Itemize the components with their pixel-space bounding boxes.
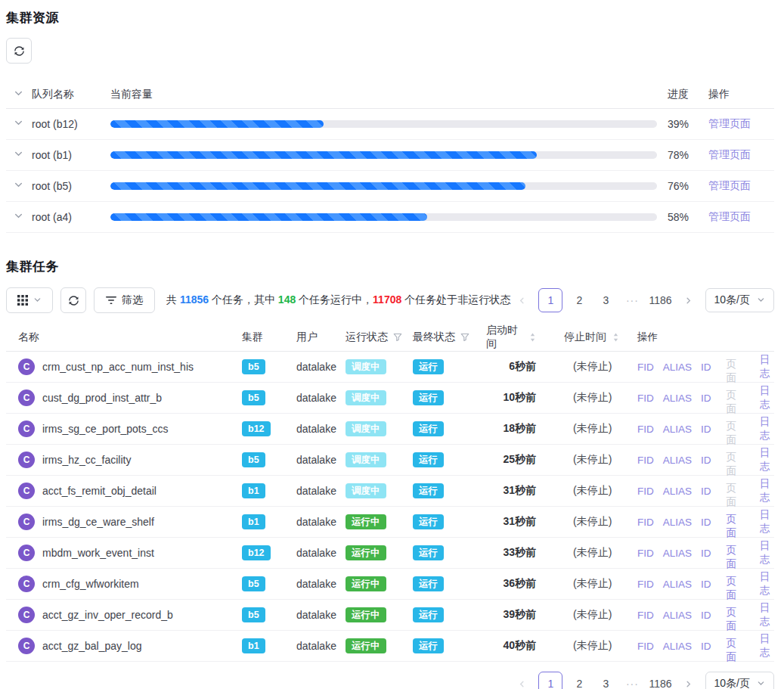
page-button-last[interactable]: 1186	[649, 672, 671, 689]
id-link[interactable]: ID	[701, 455, 711, 466]
page-button-1[interactable]: 1	[538, 288, 562, 312]
row-expander[interactable]	[6, 118, 32, 130]
pagination-ellipsis[interactable]: ···	[622, 672, 642, 689]
fid-link[interactable]: FID	[637, 362, 654, 373]
log-link[interactable]: 日志	[760, 384, 774, 411]
row-expander[interactable]	[6, 211, 32, 223]
log-link[interactable]: 日志	[760, 353, 774, 380]
sort-icon[interactable]	[529, 332, 536, 343]
pagination-ellipsis[interactable]: ···	[622, 288, 642, 312]
final-state-badge: 运行	[413, 359, 444, 374]
resource-refresh-button[interactable]	[6, 38, 32, 64]
alias-link[interactable]: ALIAS	[663, 548, 692, 559]
fid-link[interactable]: FID	[637, 610, 654, 621]
log-link[interactable]: 日志	[760, 508, 774, 535]
id-link[interactable]: ID	[701, 641, 711, 652]
page-button-3[interactable]: 3	[596, 288, 615, 312]
user-name: datalake	[296, 423, 346, 435]
task-avatar: C	[18, 358, 35, 375]
page-button-last[interactable]: 1186	[649, 288, 671, 312]
id-link[interactable]: ID	[701, 424, 711, 435]
task-avatar: C	[18, 421, 35, 437]
progress-track	[110, 182, 657, 190]
run-state-badge: 调度中	[346, 421, 386, 436]
id-link[interactable]: ID	[701, 579, 711, 590]
fid-link[interactable]: FID	[637, 517, 654, 528]
nonrunning-count: 11708	[373, 293, 401, 306]
manage-page-link[interactable]: 管理页面	[708, 210, 751, 222]
fid-link[interactable]: FID	[637, 579, 654, 590]
row-expander[interactable]	[6, 180, 32, 192]
next-page-button[interactable]	[679, 288, 699, 312]
page-link[interactable]: 页面	[720, 628, 751, 664]
page-size-select[interactable]: 10条/页	[705, 672, 774, 689]
manage-page-link[interactable]: 管理页面	[708, 117, 751, 129]
id-link[interactable]: ID	[701, 610, 711, 621]
prev-page-button[interactable]	[512, 288, 531, 312]
id-link[interactable]: ID	[701, 486, 711, 497]
fid-link[interactable]: FID	[637, 455, 654, 466]
id-link[interactable]: ID	[701, 517, 711, 528]
log-link[interactable]: 日志	[760, 570, 774, 597]
pagination-top: 1 2 3 ··· 1186 10条/页	[512, 288, 774, 312]
alias-link[interactable]: ALIAS	[663, 393, 692, 404]
alias-link[interactable]: ALIAS	[663, 455, 692, 466]
log-link[interactable]: 日志	[760, 601, 774, 628]
page-button-3[interactable]: 3	[596, 672, 615, 689]
run-state-badge: 调度中	[346, 452, 386, 467]
alias-link[interactable]: ALIAS	[663, 424, 692, 435]
fid-link[interactable]: FID	[637, 548, 654, 559]
chevron-down-icon	[14, 88, 23, 101]
fid-link[interactable]: FID	[637, 486, 654, 497]
fid-link[interactable]: FID	[637, 424, 654, 435]
run-state-badge: 调度中	[346, 359, 386, 374]
fid-link[interactable]: FID	[637, 641, 654, 652]
manage-page-link[interactable]: 管理页面	[708, 179, 751, 191]
id-link[interactable]: ID	[701, 362, 711, 373]
log-link[interactable]: 日志	[760, 415, 774, 442]
prev-page-button[interactable]	[512, 672, 531, 689]
run-state-badge: 调度中	[346, 390, 386, 405]
capacity-progressbar	[110, 151, 668, 159]
final-state-col-header: 最终状态	[413, 331, 486, 344]
manage-page-link[interactable]: 管理页面	[708, 148, 751, 160]
start-time: 18秒前	[486, 422, 536, 436]
bottom-bar: 1 2 3 ··· 1186 10条/页	[6, 672, 774, 689]
user-name: datalake	[296, 609, 346, 621]
filter-button[interactable]: 筛选	[94, 287, 155, 313]
filter-funnel-icon[interactable]	[460, 333, 469, 342]
alias-link[interactable]: ALIAS	[663, 517, 692, 528]
page-button-2[interactable]: 2	[569, 672, 589, 689]
alias-link[interactable]: ALIAS	[663, 641, 692, 652]
page-size-select[interactable]: 10条/页	[705, 288, 774, 312]
stop-time-col-header: 停止时间	[536, 331, 634, 344]
log-link[interactable]: 日志	[760, 632, 774, 660]
alias-link[interactable]: ALIAS	[663, 579, 692, 590]
progress-track	[110, 213, 657, 221]
page-button-1[interactable]: 1	[538, 672, 562, 689]
id-link[interactable]: ID	[701, 393, 711, 404]
filter-funnel-icon[interactable]	[393, 333, 402, 342]
row-expander[interactable]	[6, 149, 32, 161]
id-link[interactable]: ID	[701, 548, 711, 559]
fid-link[interactable]: FID	[637, 393, 654, 404]
collapse-all-chevron[interactable]	[6, 88, 32, 101]
alias-link[interactable]: ALIAS	[663, 610, 692, 621]
tasks-section: 集群任务 筛选 共 11856 个任务，其中	[6, 258, 774, 689]
layout-grid-button[interactable]	[6, 287, 53, 313]
next-page-button[interactable]	[679, 672, 699, 689]
page-button-2[interactable]: 2	[569, 288, 589, 312]
task-name: mbdm_work_event_inst	[42, 547, 154, 559]
alias-link[interactable]: ALIAS	[663, 362, 692, 373]
task-name: crm_cust_np_acc_num_inst_his	[42, 361, 194, 373]
log-link[interactable]: 日志	[760, 477, 774, 504]
log-link[interactable]: 日志	[760, 446, 774, 473]
task-avatar: C	[18, 483, 35, 499]
start-time: 31秒前	[486, 484, 536, 498]
alias-link[interactable]: ALIAS	[663, 486, 692, 497]
log-link[interactable]: 日志	[760, 539, 774, 566]
sort-icon[interactable]	[612, 332, 619, 343]
tasks-refresh-button[interactable]	[60, 287, 86, 313]
resource-section: 集群资源 队列名称 当前容量 进度 操作	[6, 9, 774, 233]
final-state-badge: 运行	[413, 452, 444, 467]
